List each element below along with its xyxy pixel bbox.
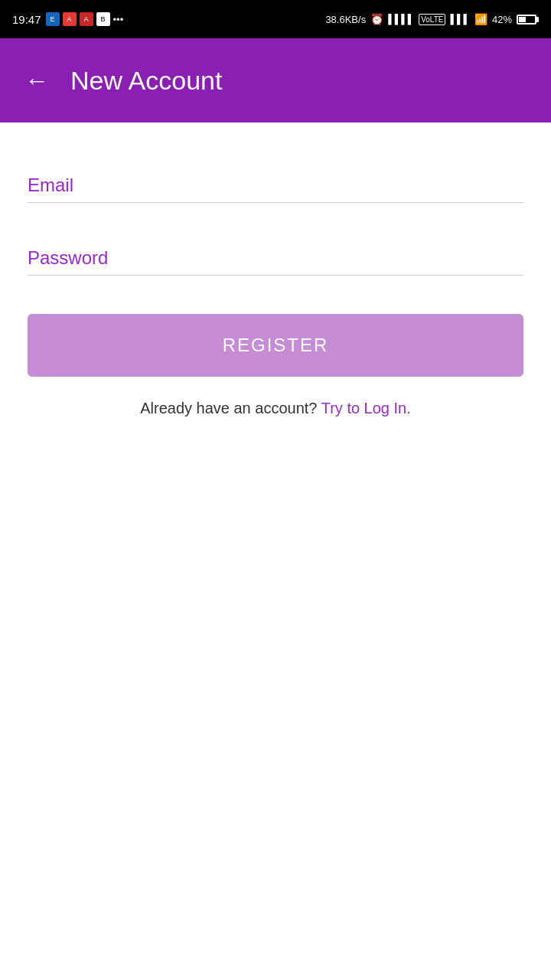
status-bar: 19:47 E A A B ••• 38.6KB/s ⏰ ▌▌▌▌ VoLTE … [0,0,551,38]
status-left: 19:47 E A A B ••• [12,12,123,26]
app-icon-1: E [46,12,60,26]
register-button[interactable]: REGISTER [28,314,523,377]
wifi-icon: 📶 [474,13,487,25]
password-input[interactable] [28,241,523,276]
content-area: REGISTER Already have an account? Try to… [0,122,551,448]
status-right: 38.6KB/s ⏰ ▌▌▌▌ VoLTE ▌▌▌ 📶 42% [325,13,539,25]
password-field-container [28,241,523,276]
app-icon-2: A [63,12,77,26]
already-account-text: Already have an account? [140,400,317,416]
back-button[interactable]: ← [18,62,55,99]
battery-icon [517,15,539,24]
status-time: 19:47 [12,13,41,26]
volte-icon: VoLTE [419,14,445,25]
email-input[interactable] [28,168,523,203]
login-link[interactable]: Try to Log In. [321,400,411,416]
app-icon-4: B [96,12,110,26]
battery-percent: 42% [492,14,512,25]
signal-icon-1: ▌▌▌▌ [388,14,414,24]
alarm-icon: ⏰ [370,13,383,25]
email-field-container [28,168,523,203]
app-bar: ← New Account [0,38,551,122]
network-speed: 38.6KB/s [325,14,366,25]
notification-icons: E A A B ••• [46,12,124,26]
signal-icon-2: ▌▌▌ [450,14,470,24]
app-icon-3: A [80,12,93,26]
page-title: New Account [70,66,222,96]
more-dots: ••• [113,14,124,25]
already-account-row: Already have an account? Try to Log In. [28,400,523,417]
